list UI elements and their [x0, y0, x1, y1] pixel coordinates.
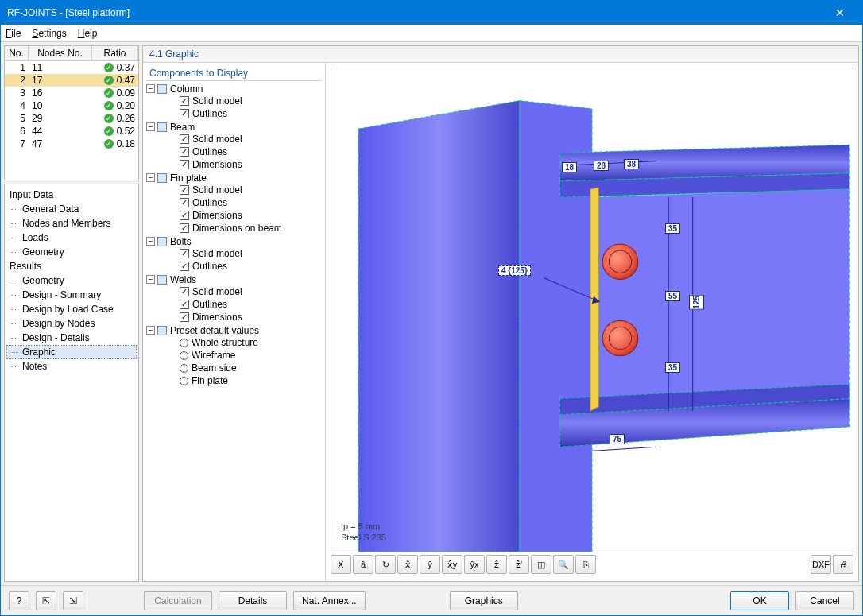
tree-leaf[interactable]: Solid model — [168, 95, 322, 107]
table-row[interactable]: 111✓0.37 — [5, 61, 138, 74]
collapse-icon[interactable]: − — [146, 326, 155, 335]
checkbox[interactable] — [180, 211, 189, 220]
cancel-button[interactable]: Cancel — [795, 591, 854, 610]
nav-item[interactable]: Design by Load Case — [6, 302, 137, 316]
tree-leaf[interactable]: Solid model — [168, 133, 322, 145]
toolbar-button[interactable]: ẑ' — [509, 555, 529, 574]
tree-node[interactable]: − WeldsSolid modelOutlinesDimensions — [146, 273, 322, 324]
toolbar-button[interactable]: ⎘ — [575, 555, 596, 574]
calculation-button[interactable]: Calculation — [144, 591, 212, 610]
nav-item[interactable]: Notes — [6, 359, 137, 374]
tree-node[interactable]: − BoltsSolid modelOutlines — [146, 235, 322, 273]
col-header-no[interactable]: No. — [5, 46, 29, 60]
tree-leaf[interactable]: Outlines — [168, 145, 322, 158]
checkbox[interactable] — [157, 122, 167, 132]
checkbox[interactable] — [180, 134, 189, 144]
toolbar-button[interactable]: x̂ — [397, 555, 418, 574]
nav-item[interactable]: General Data — [6, 202, 137, 216]
checkbox[interactable] — [180, 287, 189, 296]
radio[interactable] — [180, 339, 188, 347]
export-button[interactable]: ⇱ — [36, 591, 56, 610]
col-header-nodes[interactable]: Nodes No. — [29, 46, 92, 60]
table-row[interactable]: 410✓0.20 — [5, 99, 138, 112]
nav-item[interactable]: Design - Details — [6, 331, 137, 345]
tree-node[interactable]: − Fin plateSolid modelOutlinesDimensions… — [146, 172, 322, 235]
tree-leaf[interactable]: Whole structure — [168, 336, 322, 349]
nav-item[interactable]: Design - Summary — [6, 288, 137, 302]
tree-leaf[interactable]: Outlines — [168, 298, 322, 311]
toolbar-button[interactable]: X̂ — [331, 555, 351, 574]
tree-leaf[interactable]: Dimensions — [168, 311, 322, 323]
menu-file[interactable]: File — [6, 28, 21, 39]
toolbar-button[interactable]: 🖨 — [833, 555, 853, 574]
table-row[interactable]: 644✓0.52 — [5, 125, 138, 138]
checkbox[interactable] — [180, 185, 189, 195]
graphics-button[interactable]: Graphics — [450, 591, 518, 610]
tree-node[interactable]: − Preset default valuesWhole structureWi… — [146, 324, 322, 388]
tree-leaf[interactable]: Outlines — [168, 260, 322, 273]
tree-leaf[interactable]: Dimensions — [168, 158, 322, 171]
tree-leaf[interactable]: Solid model — [168, 184, 322, 196]
checkbox[interactable] — [157, 275, 167, 285]
tree-leaf[interactable]: Outlines — [168, 196, 322, 209]
tree-leaf[interactable]: Solid model — [168, 285, 322, 298]
checkbox[interactable] — [180, 160, 189, 169]
checkbox[interactable] — [157, 326, 167, 335]
collapse-icon[interactable]: − — [146, 237, 155, 246]
import-button[interactable]: ⇲ — [63, 591, 83, 610]
menu-settings[interactable]: Settings — [32, 28, 66, 39]
checkbox[interactable] — [180, 147, 189, 157]
nav-item[interactable]: Design by Nodes — [6, 316, 137, 331]
checkbox[interactable] — [157, 84, 167, 94]
checkbox[interactable] — [180, 223, 189, 233]
toolbar-button[interactable]: ◫ — [531, 555, 551, 574]
nav-item[interactable]: Nodes and Members — [6, 216, 137, 231]
collapse-icon[interactable]: − — [146, 173, 155, 182]
toolbar-button[interactable]: DXF — [811, 555, 831, 574]
toolbar-button[interactable]: ŷ — [420, 555, 440, 574]
table-row[interactable]: 529✓0.26 — [5, 112, 138, 125]
checkbox[interactable] — [180, 96, 189, 106]
menu-help[interactable]: Help — [78, 28, 98, 39]
collapse-icon[interactable]: − — [146, 122, 155, 131]
tree-node[interactable]: − ColumnSolid modelOutlines — [146, 83, 322, 121]
radio[interactable] — [180, 377, 188, 385]
collapse-icon[interactable]: − — [146, 84, 155, 93]
tree-leaf[interactable]: Dimensions — [168, 209, 322, 222]
table-row[interactable]: 316✓0.09 — [5, 87, 138, 99]
nav-item[interactable]: Loads — [6, 231, 137, 245]
nav-item[interactable]: Geometry — [6, 245, 137, 259]
tree-leaf[interactable]: Outlines — [168, 107, 322, 120]
details-button[interactable]: Details — [219, 591, 287, 610]
tree-leaf[interactable]: Dimensions on beam — [168, 222, 322, 234]
toolbar-button[interactable]: ŷx — [464, 555, 485, 574]
checkbox[interactable] — [180, 109, 189, 118]
radio[interactable] — [180, 364, 188, 373]
checkbox[interactable] — [180, 262, 189, 271]
checkbox[interactable] — [180, 300, 189, 309]
toolbar-button[interactable]: ↻ — [375, 555, 396, 574]
toolbar-button[interactable]: â — [353, 555, 373, 574]
table-row[interactable]: 747✓0.18 — [5, 138, 138, 150]
toolbar-button[interactable]: ẑ — [486, 555, 507, 574]
graphic-viewport[interactable]: 18 28 38 35 55 35 125 75 4 {125} tp = 5 … — [331, 68, 853, 552]
tree-leaf[interactable]: Beam side — [168, 362, 322, 374]
toolbar-button[interactable]: 🔍 — [553, 555, 574, 574]
tree-leaf[interactable]: Fin plate — [168, 374, 322, 387]
table-row[interactable]: 217✓0.47 — [5, 74, 138, 87]
checkbox[interactable] — [180, 249, 189, 258]
checkbox[interactable] — [157, 237, 167, 246]
tree-node[interactable]: − BeamSolid modelOutlinesDimensions — [146, 121, 322, 172]
help-button[interactable]: ? — [9, 591, 29, 610]
tree-leaf[interactable]: Wireframe — [168, 349, 322, 362]
ok-button[interactable]: OK — [730, 591, 789, 610]
toolbar-button[interactable]: x̂y — [442, 555, 462, 574]
checkbox[interactable] — [180, 198, 189, 207]
nav-item[interactable]: Graphic — [6, 345, 137, 359]
checkbox[interactable] — [157, 173, 167, 183]
collapse-icon[interactable]: − — [146, 275, 155, 284]
nav-item[interactable]: Geometry — [6, 273, 137, 288]
checkbox[interactable] — [180, 312, 189, 322]
close-icon[interactable]: ✕ — [824, 6, 856, 19]
radio[interactable] — [180, 351, 188, 360]
